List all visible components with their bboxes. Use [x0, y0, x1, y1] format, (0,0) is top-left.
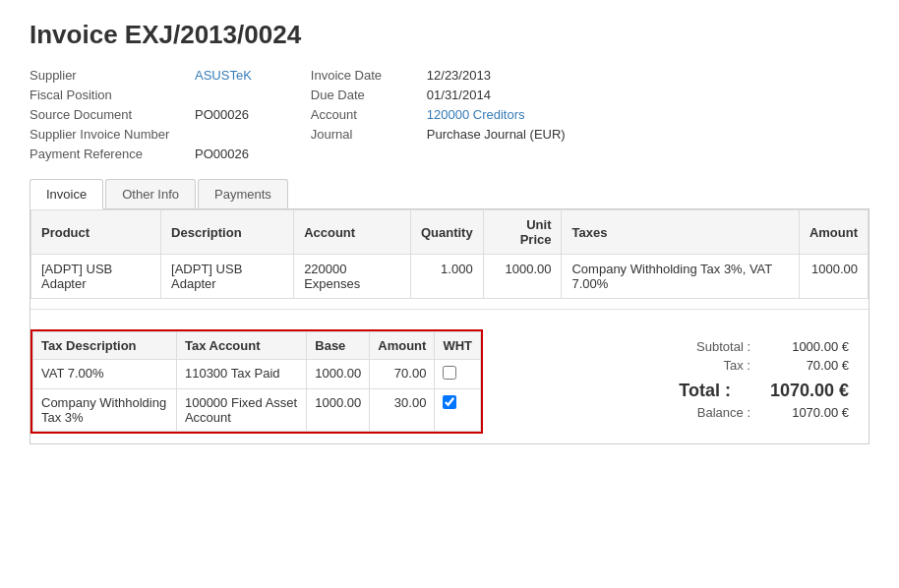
account-row: Account 120000 Creditors: [311, 107, 566, 122]
tax-summary-value: 70.00 €: [770, 358, 849, 373]
tax-cell-base: 1000.00: [307, 360, 370, 389]
col-header-quantity: Quantity: [410, 210, 483, 255]
invoice-date-label: Invoice Date: [311, 68, 419, 83]
due-date-label: Due Date: [311, 88, 419, 102]
summary-section: Subtotal : 1000.00 € Tax : 70.00 € Total…: [503, 329, 869, 434]
tax-cell-wht[interactable]: [435, 389, 481, 432]
tab-content-invoice: Product Description Account Quantity Uni…: [30, 209, 869, 444]
balance-label: Balance :: [593, 405, 750, 420]
cell-quantity: 1.000: [410, 255, 483, 299]
supplier-value[interactable]: ASUSTeK: [195, 68, 252, 83]
cell-account: 220000 Expenses: [294, 255, 411, 299]
journal-value: Purchase Journal (EUR): [427, 127, 566, 142]
tab-payments[interactable]: Payments: [198, 179, 288, 208]
total-row: Total : 1070.00 €: [593, 381, 849, 401]
balance-row: Balance : 1070.00 €: [593, 405, 849, 420]
page-title: Invoice EXJ/2013/0024: [30, 20, 869, 50]
invoice-date-row: Invoice Date 12/23/2013: [311, 68, 566, 83]
supplier-invoice-number-row: Supplier Invoice Number: [30, 127, 252, 142]
tax-col-amount: Amount: [370, 332, 435, 360]
source-document-value: PO00026: [195, 107, 249, 122]
subtotal-value: 1000.00 €: [770, 339, 849, 354]
tax-section: Tax Description Tax Account Base Amount …: [30, 320, 869, 443]
tax-col-wht: WHT: [435, 332, 481, 360]
tax-cell-amount: 70.00: [370, 360, 435, 389]
col-header-account: Account: [294, 210, 411, 255]
tax-cell-description: VAT 7.00%: [33, 360, 177, 389]
tax-cell-wht[interactable]: [435, 360, 481, 389]
tax-col-account: Tax Account: [176, 332, 306, 360]
total-value: 1070.00 €: [750, 381, 849, 401]
account-label: Account: [311, 107, 419, 122]
tax-cell-amount: 30.00: [370, 389, 435, 432]
tax-col-base: Base: [307, 332, 370, 360]
header-fields: Supplier ASUSTeK Fiscal Position Source …: [30, 68, 869, 161]
tab-invoice[interactable]: Invoice: [30, 179, 103, 209]
cell-amount: 1000.00: [799, 255, 868, 299]
payment-reference-label: Payment Reference: [30, 147, 187, 161]
tax-summary-label: Tax :: [593, 358, 750, 373]
journal-label: Journal: [311, 127, 419, 142]
account-value[interactable]: 120000 Creditors: [427, 107, 525, 122]
subtotal-row: Subtotal : 1000.00 €: [593, 339, 849, 354]
tax-table: Tax Description Tax Account Base Amount …: [32, 331, 481, 432]
total-label: Total :: [593, 381, 731, 401]
col-header-amount: Amount: [799, 210, 868, 255]
tab-other-info[interactable]: Other Info: [105, 179, 196, 208]
tax-cell-description: Company Withholding Tax 3%: [33, 389, 177, 432]
due-date-row: Due Date 01/31/2014: [311, 88, 566, 102]
fiscal-position-row: Fiscal Position: [30, 88, 252, 102]
supplier-invoice-number-label: Supplier Invoice Number: [30, 127, 187, 142]
tax-row: VAT 7.00% 110300 Tax Paid 1000.00 70.00: [33, 360, 481, 389]
tax-row: Company Withholding Tax 3% 100000 Fixed …: [33, 389, 481, 432]
header-left: Supplier ASUSTeK Fiscal Position Source …: [30, 68, 252, 161]
due-date-value: 01/31/2014: [427, 88, 491, 102]
subtotal-label: Subtotal :: [593, 339, 750, 354]
cell-taxes: Company Withholding Tax 3%, VAT 7.00%: [562, 255, 799, 299]
col-header-taxes: Taxes: [562, 210, 799, 255]
tax-cell-account: 110300 Tax Paid: [176, 360, 306, 389]
col-header-product: Product: [31, 210, 161, 255]
cell-unit-price: 1000.00: [483, 255, 562, 299]
payment-reference-row: Payment Reference PO00026: [30, 147, 252, 161]
tax-cell-base: 1000.00: [307, 389, 370, 432]
supplier-row: Supplier ASUSTeK: [30, 68, 252, 83]
source-document-label: Source Document: [30, 107, 187, 122]
tax-cell-account: 100000 Fixed Asset Account: [176, 389, 306, 432]
payment-reference-value: PO00026: [195, 147, 249, 161]
invoice-date-value: 12/23/2013: [427, 68, 491, 83]
header-right: Invoice Date 12/23/2013 Due Date 01/31/2…: [311, 68, 566, 161]
journal-row: Journal Purchase Journal (EUR): [311, 127, 566, 142]
balance-value: 1070.00 €: [770, 405, 849, 420]
fiscal-position-label: Fiscal Position: [30, 88, 187, 102]
col-header-description: Description: [161, 210, 294, 255]
wht-checkbox-1[interactable]: [443, 366, 456, 380]
tab-bar: Invoice Other Info Payments: [30, 179, 869, 209]
tax-summary-row: Tax : 70.00 €: [593, 358, 849, 373]
supplier-label: Supplier: [30, 68, 187, 83]
tax-table-wrapper: Tax Description Tax Account Base Amount …: [30, 329, 483, 434]
table-row: [ADPT] USB Adapter [ADPT] USB Adapter 22…: [31, 255, 869, 299]
col-header-unit-price: Unit Price: [483, 210, 562, 255]
source-document-row: Source Document PO00026: [30, 107, 252, 122]
invoice-table: Product Description Account Quantity Uni…: [30, 209, 869, 299]
cell-product: [ADPT] USB Adapter: [31, 255, 161, 299]
tax-col-description: Tax Description: [33, 332, 177, 360]
cell-description: [ADPT] USB Adapter: [161, 255, 294, 299]
wht-checkbox-2[interactable]: [443, 395, 456, 409]
